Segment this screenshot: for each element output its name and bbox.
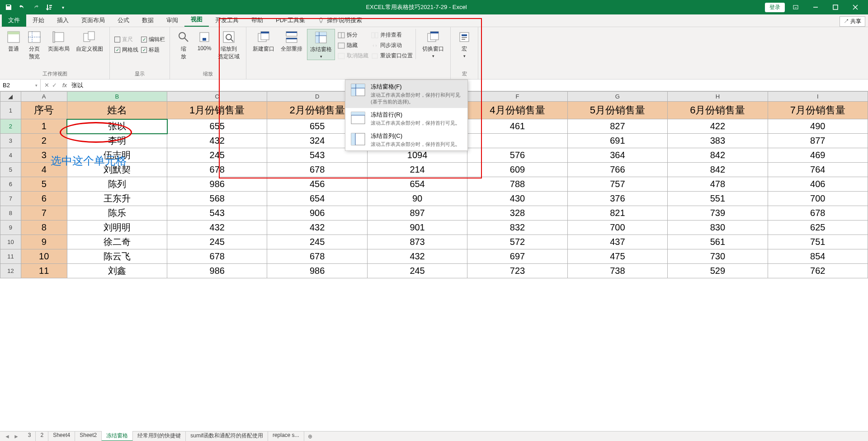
cell[interactable]: 655 [167, 119, 267, 134]
tab-page-layout[interactable]: 页面布局 [75, 14, 111, 27]
cell[interactable]: 986 [167, 177, 267, 192]
undo-icon[interactable] [17, 2, 27, 12]
tab-data[interactable]: 数据 [136, 14, 160, 27]
cell[interactable]: 383 [668, 134, 768, 148]
cell[interactable]: 654 [267, 192, 367, 206]
cell[interactable]: 245 [267, 235, 367, 249]
arrange-button[interactable]: 全部重排 [279, 29, 304, 54]
cell[interactable]: 456 [267, 177, 367, 192]
headings-check[interactable]: 标题 [141, 46, 165, 54]
select-all[interactable]: ◢ [0, 92, 21, 102]
cell[interactable]: 678 [167, 163, 267, 177]
name-box[interactable]: B2▾ [0, 80, 41, 91]
cell[interactable]: 张以 [67, 119, 167, 134]
cell[interactable]: 11 [21, 264, 67, 278]
row-header[interactable]: 11 [0, 249, 21, 264]
cell[interactable]: 432 [167, 220, 267, 235]
save-icon[interactable] [4, 2, 14, 12]
cell[interactable]: 6 [21, 192, 67, 206]
ribbon-options-icon[interactable] [787, 0, 805, 14]
cell[interactable]: 469 [768, 148, 868, 163]
header-cell[interactable]: 姓名 [67, 102, 167, 119]
cell[interactable]: 10 [21, 249, 67, 264]
cell[interactable]: 751 [768, 235, 868, 249]
cell[interactable]: 832 [467, 220, 567, 235]
tab-home[interactable]: 开始 [26, 14, 51, 27]
cell[interactable]: 徐二奇 [67, 235, 167, 249]
row-header[interactable]: 2 [0, 119, 21, 134]
cell[interactable]: 842 [668, 163, 768, 177]
tab-help[interactable]: 帮助 [245, 14, 269, 27]
cell[interactable]: 王东升 [67, 192, 167, 206]
cell[interactable]: 245 [367, 264, 467, 278]
gridlines-check[interactable]: 网格线 [114, 46, 138, 54]
col-header[interactable]: B [67, 92, 167, 102]
cell[interactable]: 437 [567, 235, 667, 249]
cell[interactable]: 406 [768, 177, 868, 192]
cell[interactable]: 654 [367, 177, 467, 192]
tab-file[interactable]: 文件 [2, 14, 26, 27]
cell[interactable]: 576 [467, 148, 567, 163]
cell[interactable]: 461 [467, 119, 567, 134]
cell[interactable]: 757 [567, 177, 667, 192]
minimize-icon[interactable] [807, 0, 825, 14]
hide-button[interactable]: 隐藏 [338, 41, 368, 50]
share-button[interactable]: ↗ 共享 [840, 16, 865, 27]
cell[interactable]: 854 [768, 249, 868, 264]
header-cell[interactable]: 5月份销售量 [567, 102, 667, 119]
col-header[interactable]: H [668, 92, 768, 102]
cell[interactable]: 245 [167, 148, 267, 163]
new-window-button[interactable]: 新建窗口 [251, 29, 276, 54]
formula-bar-check[interactable]: 编辑栏 [141, 35, 165, 44]
page-break-button[interactable]: 分页 预览 [25, 29, 43, 61]
cell[interactable]: 551 [668, 192, 768, 206]
row-header[interactable]: 12 [0, 264, 21, 278]
fx-icon[interactable]: fx [61, 82, 69, 89]
tab-view[interactable]: 视图 [184, 13, 209, 27]
split-button[interactable]: 拆分 [338, 31, 368, 39]
row-header[interactable]: 10 [0, 235, 21, 249]
col-header[interactable]: I [768, 92, 868, 102]
cell[interactable]: 738 [567, 264, 667, 278]
zoom-button[interactable]: 缩 放 [175, 29, 193, 61]
cell[interactable]: 214 [367, 163, 467, 177]
cell[interactable]: 8 [21, 220, 67, 235]
row-header[interactable]: 4 [0, 148, 21, 163]
cell[interactable]: 700 [768, 192, 868, 206]
freeze-panes-item[interactable]: 冻结窗格(F)滚动工作表其余部分时，保持行和列可见(基于当前的选择)。 [345, 80, 467, 108]
cell[interactable]: 625 [768, 220, 868, 235]
cell[interactable]: 陈列 [67, 177, 167, 192]
close-icon[interactable] [846, 0, 864, 14]
cell[interactable]: 543 [167, 206, 267, 220]
cell[interactable]: 739 [668, 206, 768, 220]
cell[interactable]: 700 [567, 220, 667, 235]
normal-view-button[interactable]: 普通 [5, 29, 23, 54]
header-cell[interactable]: 序号 [21, 102, 67, 119]
cell[interactable]: 842 [668, 148, 768, 163]
tell-me[interactable]: 操作说明搜索 [311, 14, 368, 27]
cell[interactable]: 432 [267, 220, 367, 235]
col-header[interactable]: C [167, 92, 267, 102]
cell[interactable]: 678 [768, 206, 868, 220]
macro-button[interactable]: 宏 ▾ [455, 29, 473, 59]
cell[interactable]: 90 [367, 192, 467, 206]
cell[interactable]: 906 [267, 206, 367, 220]
header-cell[interactable]: 7月份销售量 [768, 102, 868, 119]
col-header[interactable]: A [21, 92, 67, 102]
cell[interactable]: 478 [668, 177, 768, 192]
cell[interactable]: 561 [668, 235, 768, 249]
cell[interactable]: 877 [768, 134, 868, 148]
freeze-first-col-item[interactable]: 冻结首列(C)滚动工作表其余部分时，保持首列可见。 [345, 129, 467, 150]
header-cell[interactable]: 6月份销售量 [668, 102, 768, 119]
header-cell[interactable]: 4月份销售量 [467, 102, 567, 119]
cell[interactable]: 691 [567, 134, 667, 148]
cell[interactable]: 432 [167, 134, 267, 148]
qat-dropdown-icon[interactable]: ▾ [58, 2, 68, 12]
cell[interactable]: 245 [167, 235, 267, 249]
cell[interactable]: 821 [567, 206, 667, 220]
cell[interactable]: 364 [567, 148, 667, 163]
cell[interactable] [467, 134, 567, 148]
freeze-panes-button[interactable]: 冻结窗格 ▾ [307, 29, 335, 60]
tab-review[interactable]: 审阅 [160, 14, 184, 27]
cell[interactable]: 678 [267, 249, 367, 264]
